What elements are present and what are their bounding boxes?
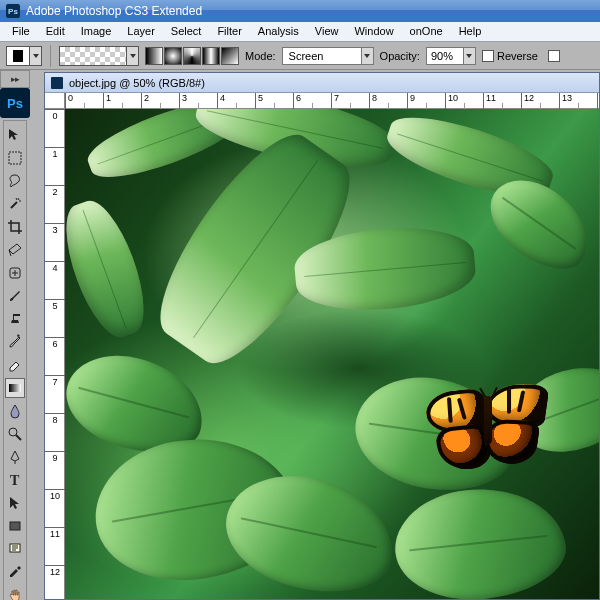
reverse-checkbox[interactable] bbox=[482, 50, 494, 62]
ruler-mark: 8 bbox=[369, 93, 407, 109]
title-bar: Ps Adobe Photoshop CS3 Extended bbox=[0, 0, 600, 22]
ruler-horizontal[interactable]: 01234567891011121314 bbox=[65, 93, 599, 109]
mode-value: Screen bbox=[289, 50, 324, 62]
tool-preset-swatch[interactable] bbox=[6, 46, 30, 66]
ruler-mark: 5 bbox=[45, 299, 65, 337]
magic-wand-tool[interactable] bbox=[5, 194, 25, 214]
ruler-mark: 6 bbox=[293, 93, 331, 109]
menu-edit[interactable]: Edit bbox=[38, 22, 73, 41]
gradient-dropdown[interactable] bbox=[127, 46, 139, 66]
menu-help[interactable]: Help bbox=[451, 22, 490, 41]
menu-filter[interactable]: Filter bbox=[209, 22, 249, 41]
hand-tool[interactable] bbox=[5, 585, 25, 600]
ruler-mark: 0 bbox=[45, 109, 65, 147]
ruler-mark: 2 bbox=[141, 93, 179, 109]
move-tool[interactable] bbox=[5, 125, 25, 145]
ruler-vertical[interactable]: 0123456789101112 bbox=[45, 109, 65, 599]
history-brush-tool[interactable] bbox=[5, 332, 25, 352]
linear-gradient-button[interactable] bbox=[145, 47, 163, 65]
radial-gradient-button[interactable] bbox=[164, 47, 182, 65]
dither-checkbox[interactable] bbox=[548, 50, 560, 62]
opacity-input[interactable]: 90% bbox=[426, 47, 464, 65]
gradient-types bbox=[145, 47, 239, 65]
menu-file[interactable]: File bbox=[4, 22, 38, 41]
menu-layer[interactable]: Layer bbox=[119, 22, 163, 41]
svg-rect-5 bbox=[10, 522, 20, 530]
mode-label: Mode: bbox=[245, 50, 276, 62]
tool-preset-dropdown[interactable] bbox=[30, 46, 42, 66]
slice-tool[interactable] bbox=[5, 240, 25, 260]
menu-view[interactable]: View bbox=[307, 22, 347, 41]
svg-point-3 bbox=[9, 428, 17, 436]
document-title-bar[interactable]: object.jpg @ 50% (RGB/8#) bbox=[45, 73, 599, 93]
marquee-tool[interactable] bbox=[5, 148, 25, 168]
canvas-image bbox=[430, 384, 550, 474]
app-icon: Ps bbox=[6, 4, 20, 18]
brush-tool[interactable] bbox=[5, 286, 25, 306]
ruler-mark: 1 bbox=[103, 93, 141, 109]
ruler-origin[interactable] bbox=[45, 93, 65, 109]
type-tool[interactable]: T bbox=[5, 470, 25, 490]
lasso-tool[interactable] bbox=[5, 171, 25, 191]
menu-onone[interactable]: onOne bbox=[402, 22, 451, 41]
opacity-value: 90% bbox=[431, 50, 453, 62]
ruler-mark: 10 bbox=[445, 93, 483, 109]
menu-bar: File Edit Image Layer Select Filter Anal… bbox=[0, 22, 600, 42]
ruler-mark: 3 bbox=[179, 93, 217, 109]
dodge-tool[interactable] bbox=[5, 424, 25, 444]
chevron-down-icon bbox=[364, 54, 370, 58]
healing-brush-tool[interactable] bbox=[5, 263, 25, 283]
ruler-mark: 12 bbox=[521, 93, 559, 109]
ruler-mark: 13 bbox=[559, 93, 597, 109]
diamond-gradient-button[interactable] bbox=[221, 47, 239, 65]
ruler-mark: 7 bbox=[45, 375, 65, 413]
ruler-mark: 6 bbox=[45, 337, 65, 375]
path-select-tool[interactable] bbox=[5, 493, 25, 513]
clone-stamp-tool[interactable] bbox=[5, 309, 25, 329]
chevron-down-icon bbox=[130, 54, 136, 58]
notes-tool[interactable] bbox=[5, 539, 25, 559]
gradient-swatch[interactable] bbox=[59, 46, 127, 66]
ruler-mark: 7 bbox=[331, 93, 369, 109]
ruler-mark: 4 bbox=[45, 261, 65, 299]
angle-gradient-button[interactable] bbox=[183, 47, 201, 65]
menu-select[interactable]: Select bbox=[163, 22, 210, 41]
svg-text:T: T bbox=[10, 473, 20, 488]
mode-select[interactable]: Screen bbox=[282, 47, 362, 65]
ruler-mark: 9 bbox=[45, 451, 65, 489]
menu-image[interactable]: Image bbox=[73, 22, 120, 41]
ruler-mark: 3 bbox=[45, 223, 65, 261]
document-title: object.jpg @ 50% (RGB/8#) bbox=[69, 77, 205, 89]
menu-analysis[interactable]: Analysis bbox=[250, 22, 307, 41]
tools-panel: T ⇄ bbox=[3, 120, 27, 600]
ruler-mark: 2 bbox=[45, 185, 65, 223]
document-window: object.jpg @ 50% (RGB/8#) 01234567891011… bbox=[44, 72, 600, 600]
svg-rect-0 bbox=[9, 152, 21, 164]
app-title: Adobe Photoshop CS3 Extended bbox=[26, 4, 202, 18]
crop-tool[interactable] bbox=[5, 217, 25, 237]
chevron-down-icon bbox=[466, 54, 472, 58]
opacity-arrow[interactable] bbox=[464, 47, 476, 65]
ruler-mark: 1 bbox=[45, 147, 65, 185]
ps-app-tile[interactable]: Ps bbox=[0, 88, 30, 118]
canvas[interactable] bbox=[65, 109, 599, 599]
ruler-mark: 12 bbox=[45, 565, 65, 600]
reflected-gradient-button[interactable] bbox=[202, 47, 220, 65]
reverse-label: Reverse bbox=[497, 50, 538, 62]
ruler-mark: 9 bbox=[407, 93, 445, 109]
opacity-label: Opacity: bbox=[380, 50, 420, 62]
rectangle-shape-tool[interactable] bbox=[5, 516, 25, 536]
double-chevron-icon: ▸▸ bbox=[11, 74, 19, 84]
eraser-tool[interactable] bbox=[5, 355, 25, 375]
ruler-mark: 8 bbox=[45, 413, 65, 451]
dock-toggle[interactable]: ▸▸ bbox=[0, 70, 30, 88]
menu-window[interactable]: Window bbox=[346, 22, 401, 41]
ruler-mark: 4 bbox=[217, 93, 255, 109]
mode-select-arrow[interactable] bbox=[362, 47, 374, 65]
gradient-tool[interactable] bbox=[5, 378, 25, 398]
separator bbox=[50, 45, 51, 67]
ruler-mark: 5 bbox=[255, 93, 293, 109]
eyedropper-tool[interactable] bbox=[5, 562, 25, 582]
blur-tool[interactable] bbox=[5, 401, 25, 421]
pen-tool[interactable] bbox=[5, 447, 25, 467]
